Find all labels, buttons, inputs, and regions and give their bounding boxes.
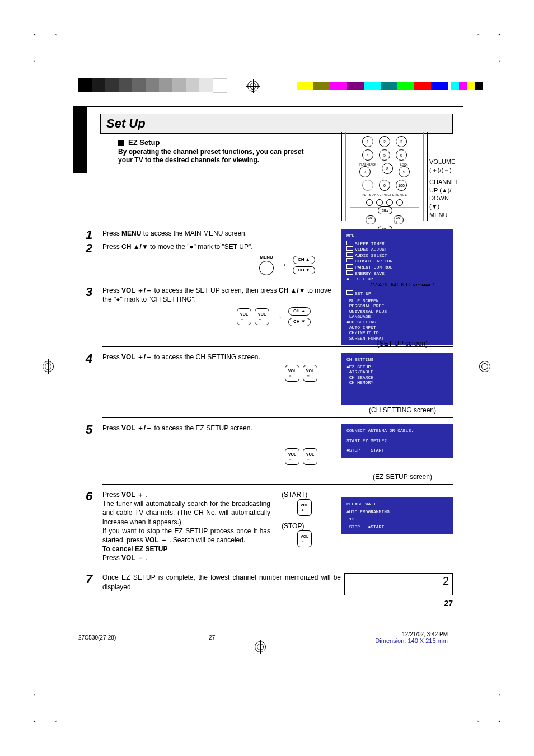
ez-setup-heading: EZ Setup — [118, 138, 318, 147]
print-footer: 27C530(27-28) 27 12/21/02, 3:42 PM Dimen… — [78, 631, 448, 644]
ez-setup-description: By operating the channel preset function… — [118, 148, 318, 165]
step-number-3: 3 — [86, 286, 97, 298]
crop-mark-tl — [34, 34, 57, 62]
ez-setup-screen: CONNECT ANTENNA OR CABLE. START EZ SETUP… — [341, 424, 453, 458]
bullet-square-icon — [118, 140, 124, 146]
vol-plus-icon: VOL ＋ — [303, 365, 317, 382]
vol-minus-icon: VOL － — [297, 530, 312, 547]
vol-minus-icon: VOL － — [237, 308, 251, 325]
ch-down-button-icon: CH ▼ — [288, 318, 311, 326]
footer-timestamp: 12/21/02, 3:42 PM — [402, 631, 448, 637]
step-number-4: 4 — [86, 353, 97, 365]
footer-page: 27 — [209, 635, 215, 641]
vol-plus-icon: VOL ＋ — [303, 448, 317, 465]
ch-up-button-icon: CH ▲ — [288, 307, 311, 316]
ch-setting-caption: (CH SETTING screen) — [352, 406, 453, 414]
step-number-5: 5 — [86, 424, 97, 436]
footer-file: 27C530(27-28) — [78, 635, 116, 641]
step-number-1: 1 — [86, 229, 97, 241]
set-up-caption: (SET UP screen) — [352, 340, 453, 348]
set-up-screen: SET UP BLUE SCREEN PERSONAL PREF. UNIVER… — [341, 286, 453, 345]
ch-down-button-icon: CH ▼ — [293, 266, 315, 275]
page-number: 27 — [83, 599, 453, 608]
footer-dimension: Dimension: 140 X 215 mm — [375, 637, 448, 644]
section-tab — [73, 106, 87, 173]
legend-menu: MENU — [429, 211, 459, 219]
ez-setup-caption: (EZ SETUP screen) — [352, 473, 453, 481]
legend-plusminus: (＋)/(－) — [429, 166, 459, 175]
arrow-icon: → — [275, 312, 283, 322]
stop-label: (STOP) — [282, 522, 304, 530]
ch-setting-screen: CH SETTING ●EZ SETUP AIR/CABLE CH SEARCH… — [341, 353, 453, 405]
registration-mark-top — [247, 81, 259, 92]
channel-display: 2 — [344, 573, 453, 595]
legend-volume: VOLUME — [429, 158, 459, 166]
cancel-heading: To cancel EZ SETUP — [102, 545, 167, 553]
crop-mark-br — [477, 694, 500, 722]
crop-mark-tr — [477, 34, 500, 62]
crop-mark-bl — [34, 694, 57, 722]
arrow-icon: → — [279, 260, 287, 270]
vol-plus-icon: VOL ＋ — [297, 499, 312, 516]
registration-mark-left — [43, 361, 54, 372]
step6-para1: The tuner will automatically search for … — [102, 499, 270, 527]
start-label: (START) — [282, 490, 307, 499]
step-number-2: 2 — [86, 242, 97, 255]
grayscale-swatches — [78, 78, 227, 93]
vol-plus-icon: VOL ＋ — [255, 308, 269, 325]
color-swatches — [297, 82, 483, 90]
vol-minus-icon: VOL － — [285, 365, 299, 382]
remote-diagram: 123 456 FLASHBACK7 8 LOCK9 0100 PERSONAL… — [341, 138, 453, 222]
step-number-6: 6 — [86, 490, 97, 503]
manual-page: Set Up EZ Setup By operating the channel… — [73, 106, 463, 616]
menu-button-icon — [259, 261, 274, 275]
section-title: Set Up — [100, 114, 453, 134]
legend-channel: CHANNEL — [429, 178, 459, 186]
vol-minus-icon: VOL － — [285, 448, 299, 465]
registration-mark-right — [479, 361, 490, 372]
legend-updown: UP (▲)/ DOWN (▼) — [429, 186, 459, 212]
step-number-7: 7 — [86, 573, 97, 585]
ch-up-button-icon: CH ▲ — [293, 256, 315, 264]
progress-screen: PLEASE WAIT AUTO PROGRAMMING 125 STOP ●S… — [341, 497, 453, 534]
